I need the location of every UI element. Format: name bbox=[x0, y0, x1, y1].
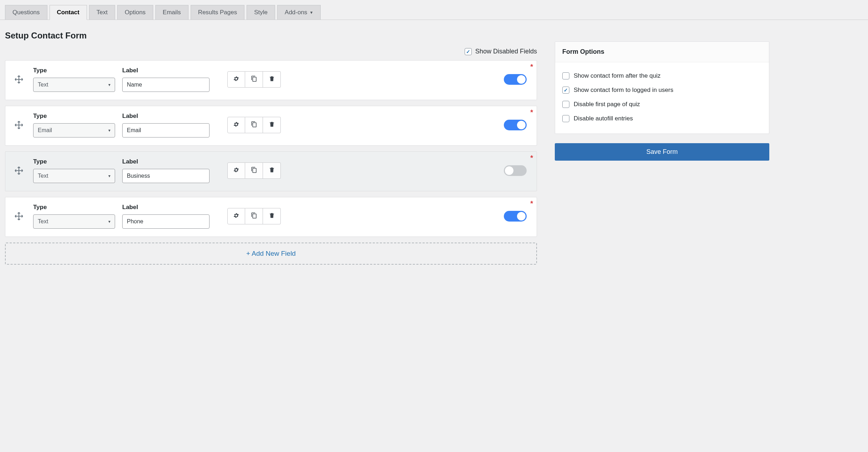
page-title: Setup Contact Form bbox=[5, 31, 537, 41]
toggle-knob bbox=[517, 75, 526, 84]
tab-style[interactable]: Style bbox=[247, 5, 275, 20]
tabs-bar: QuestionsContactTextOptionsEmailsResults… bbox=[0, 0, 868, 20]
type-select-value: Text bbox=[38, 82, 48, 88]
field-row: *TypeText▾LabelBusiness bbox=[5, 151, 537, 191]
form-option-checkbox[interactable] bbox=[562, 101, 569, 108]
drag-handle-icon[interactable] bbox=[12, 120, 26, 130]
type-header: Type bbox=[33, 204, 115, 211]
show-disabled-checkbox[interactable] bbox=[465, 48, 472, 55]
copy-icon bbox=[251, 121, 257, 129]
gear-icon bbox=[233, 121, 239, 129]
form-option-row: Show contact form to logged in users bbox=[562, 83, 762, 97]
label-header: Label bbox=[122, 67, 210, 74]
save-form-button[interactable]: Save Form bbox=[555, 143, 769, 161]
required-star-icon: * bbox=[530, 108, 533, 116]
type-select[interactable]: Text▾ bbox=[33, 169, 115, 183]
label-input[interactable]: Business bbox=[122, 169, 210, 183]
tab-label: Add-ons bbox=[285, 9, 307, 16]
settings-button[interactable] bbox=[227, 71, 245, 88]
tab-contact[interactable]: Contact bbox=[50, 5, 87, 20]
form-option-label: Disable autofill entries bbox=[574, 115, 633, 122]
label-header: Label bbox=[122, 158, 210, 165]
type-select-value: Text bbox=[38, 218, 48, 225]
form-option-checkbox[interactable] bbox=[562, 72, 569, 79]
tab-results-pages[interactable]: Results Pages bbox=[191, 5, 245, 20]
delete-button[interactable] bbox=[263, 71, 281, 88]
type-select-value: Text bbox=[38, 173, 48, 179]
settings-button[interactable] bbox=[227, 162, 245, 179]
tab-options[interactable]: Options bbox=[117, 5, 153, 20]
add-new-field-button[interactable]: + Add New Field bbox=[5, 243, 537, 265]
form-option-checkbox[interactable] bbox=[562, 87, 569, 94]
type-header: Type bbox=[33, 158, 115, 165]
field-row: *TypeText▾LabelName bbox=[5, 60, 537, 100]
tab-add-ons[interactable]: Add-ons▼ bbox=[277, 5, 321, 20]
tab-emails[interactable]: Emails bbox=[155, 5, 188, 20]
form-options-panel: Form Options Show contact form after the… bbox=[555, 41, 769, 134]
duplicate-button[interactable] bbox=[245, 208, 263, 224]
chevron-down-icon: ▾ bbox=[108, 82, 110, 87]
field-row: *TypeEmail▾LabelEmail bbox=[5, 106, 537, 146]
chevron-down-icon: ▼ bbox=[309, 10, 313, 15]
toggle-knob bbox=[517, 121, 526, 129]
tab-label: Emails bbox=[163, 9, 181, 16]
tab-label: Contact bbox=[57, 9, 79, 16]
label-header: Label bbox=[122, 204, 210, 211]
type-select[interactable]: Text▾ bbox=[33, 214, 115, 229]
copy-icon bbox=[251, 212, 257, 220]
gear-icon bbox=[233, 167, 239, 175]
trash-icon bbox=[269, 212, 275, 220]
duplicate-button[interactable] bbox=[245, 117, 263, 133]
enable-toggle[interactable] bbox=[504, 120, 527, 130]
delete-button[interactable] bbox=[263, 162, 281, 179]
form-option-checkbox[interactable] bbox=[562, 115, 569, 122]
gear-icon bbox=[233, 212, 239, 220]
trash-icon bbox=[269, 167, 275, 175]
toggle-knob bbox=[517, 212, 526, 220]
required-star-icon: * bbox=[530, 199, 533, 208]
label-input[interactable]: Email bbox=[122, 123, 210, 137]
chevron-down-icon: ▾ bbox=[108, 173, 110, 178]
form-option-row: Disable autofill entries bbox=[562, 111, 762, 126]
label-header: Label bbox=[122, 113, 210, 120]
type-header: Type bbox=[33, 113, 115, 120]
drag-handle-icon[interactable] bbox=[12, 212, 26, 221]
field-row: *TypeText▾LabelPhone bbox=[5, 197, 537, 237]
duplicate-button[interactable] bbox=[245, 71, 263, 88]
type-select[interactable]: Text▾ bbox=[33, 78, 115, 92]
tab-label: Questions bbox=[12, 9, 40, 16]
duplicate-button[interactable] bbox=[245, 162, 263, 179]
tab-questions[interactable]: Questions bbox=[5, 5, 47, 20]
trash-icon bbox=[269, 76, 275, 83]
trash-icon bbox=[269, 121, 275, 129]
form-option-row: Show contact form after the quiz bbox=[562, 69, 762, 83]
drag-handle-icon[interactable] bbox=[12, 166, 26, 175]
form-option-row: Disable first page of quiz bbox=[562, 97, 762, 111]
enable-toggle[interactable] bbox=[504, 165, 527, 176]
delete-button[interactable] bbox=[263, 208, 281, 224]
settings-button[interactable] bbox=[227, 117, 245, 133]
form-option-label: Show contact form after the quiz bbox=[574, 72, 661, 79]
tab-label: Style bbox=[254, 9, 268, 16]
chevron-down-icon: ▾ bbox=[108, 219, 110, 224]
enable-toggle[interactable] bbox=[504, 74, 527, 85]
copy-icon bbox=[251, 167, 257, 175]
tab-label: Text bbox=[97, 9, 108, 16]
delete-button[interactable] bbox=[263, 117, 281, 133]
settings-button[interactable] bbox=[227, 208, 245, 224]
enable-toggle[interactable] bbox=[504, 211, 527, 222]
required-star-icon: * bbox=[530, 63, 533, 71]
gear-icon bbox=[233, 76, 239, 83]
tab-label: Options bbox=[125, 9, 146, 16]
tab-text[interactable]: Text bbox=[89, 5, 115, 20]
type-header: Type bbox=[33, 67, 115, 74]
toggle-knob bbox=[505, 166, 513, 175]
type-select-value: Email bbox=[38, 127, 52, 134]
copy-icon bbox=[251, 76, 257, 83]
chevron-down-icon: ▾ bbox=[108, 128, 110, 133]
drag-handle-icon[interactable] bbox=[12, 75, 26, 84]
label-input[interactable]: Name bbox=[122, 78, 210, 92]
type-select[interactable]: Email▾ bbox=[33, 123, 115, 137]
label-input[interactable]: Phone bbox=[122, 214, 210, 229]
form-option-label: Show contact form to logged in users bbox=[574, 87, 673, 94]
